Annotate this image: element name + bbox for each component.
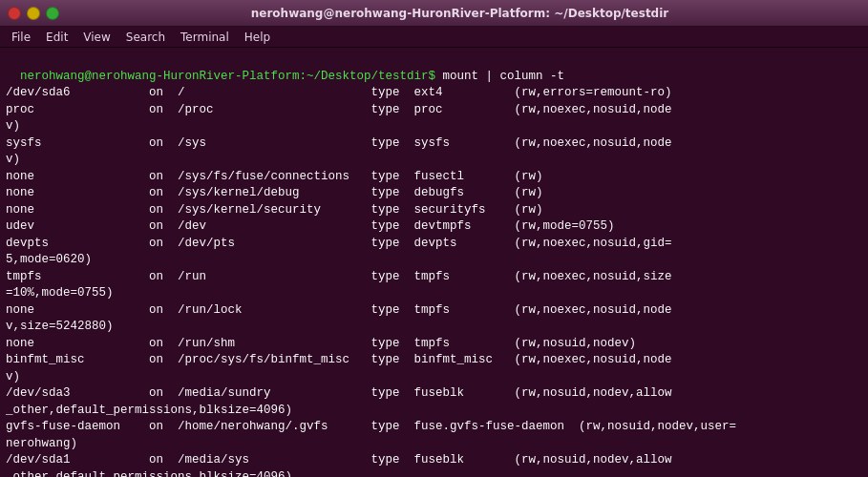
window-title: nerohwang@nerohwang-HuronRiver-Platform:… <box>59 7 860 20</box>
terminal-area[interactable]: nerohwang@nerohwang-HuronRiver-Platform:… <box>0 48 868 477</box>
terminal-command: mount | column -t <box>443 70 565 83</box>
menu-terminal[interactable]: Terminal <box>173 29 237 46</box>
close-button[interactable] <box>8 7 21 20</box>
menu-search[interactable]: Search <box>118 29 173 46</box>
menu-edit[interactable]: Edit <box>38 29 75 46</box>
maximize-button[interactable] <box>46 7 59 20</box>
menu-file[interactable]: File <box>4 29 38 46</box>
menubar: File Edit View Search Terminal Help <box>0 27 868 48</box>
menu-view[interactable]: View <box>75 29 117 46</box>
terminal-prompt: nerohwang@nerohwang-HuronRiver-Platform:… <box>20 70 443 83</box>
menu-help[interactable]: Help <box>237 29 278 46</box>
titlebar: nerohwang@nerohwang-HuronRiver-Platform:… <box>0 0 868 27</box>
window-controls[interactable] <box>8 7 59 20</box>
terminal-output: /dev/sda6 on / type ext4 (rw,errors=remo… <box>6 86 736 477</box>
minimize-button[interactable] <box>27 7 40 20</box>
